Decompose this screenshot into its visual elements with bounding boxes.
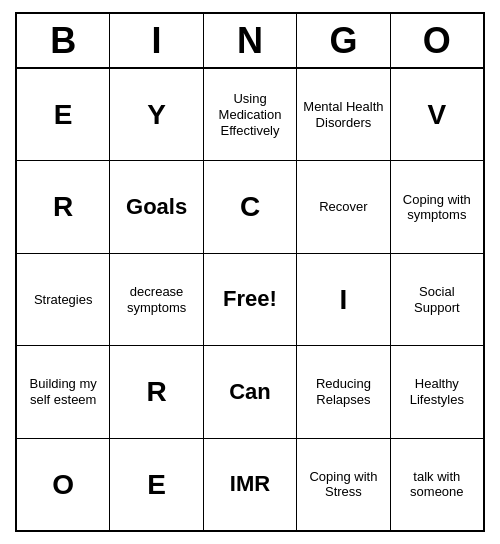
bingo-cell: Goals	[110, 161, 203, 252]
bingo-row: EYUsing Medication EffectivelyMental Hea…	[17, 69, 483, 161]
header-letter: G	[297, 14, 390, 67]
bingo-cell: V	[391, 69, 483, 160]
bingo-cell: Mental Health Disorders	[297, 69, 390, 160]
bingo-cell: Coping with symptoms	[391, 161, 483, 252]
bingo-cell: Reducing Relapses	[297, 346, 390, 437]
bingo-cell: Y	[110, 69, 203, 160]
header-letter: N	[204, 14, 297, 67]
header-letter: B	[17, 14, 110, 67]
bingo-cell: Building my self esteem	[17, 346, 110, 437]
bingo-cell: Coping with Stress	[297, 439, 390, 530]
bingo-cell: Healthy Lifestyles	[391, 346, 483, 437]
bingo-header: BINGO	[17, 14, 483, 69]
bingo-cell: Strategies	[17, 254, 110, 345]
bingo-cell: Using Medication Effectively	[204, 69, 297, 160]
bingo-body: EYUsing Medication EffectivelyMental Hea…	[17, 69, 483, 530]
bingo-cell: Social Support	[391, 254, 483, 345]
bingo-card: BINGO EYUsing Medication EffectivelyMent…	[15, 12, 485, 532]
bingo-cell: O	[17, 439, 110, 530]
bingo-cell: E	[17, 69, 110, 160]
bingo-row: Building my self esteemRCanReducing Rela…	[17, 346, 483, 438]
bingo-cell: IMR	[204, 439, 297, 530]
bingo-cell: Free!	[204, 254, 297, 345]
header-letter: I	[110, 14, 203, 67]
bingo-cell: decrease symptoms	[110, 254, 203, 345]
bingo-row: Strategiesdecrease symptomsFree!ISocial …	[17, 254, 483, 346]
bingo-row: OEIMRCoping with Stresstalk with someone	[17, 439, 483, 530]
bingo-cell: Recover	[297, 161, 390, 252]
bingo-cell: C	[204, 161, 297, 252]
header-letter: O	[391, 14, 483, 67]
bingo-cell: talk with someone	[391, 439, 483, 530]
bingo-cell: R	[110, 346, 203, 437]
bingo-cell: I	[297, 254, 390, 345]
bingo-cell: Can	[204, 346, 297, 437]
bingo-cell: R	[17, 161, 110, 252]
bingo-row: RGoalsCRecoverCoping with symptoms	[17, 161, 483, 253]
bingo-cell: E	[110, 439, 203, 530]
